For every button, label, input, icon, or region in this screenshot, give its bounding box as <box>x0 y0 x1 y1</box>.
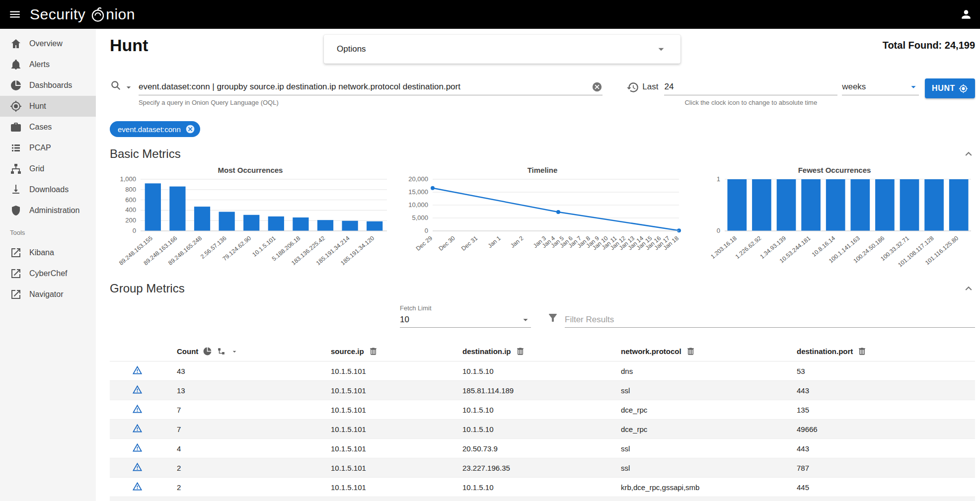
svg-text:20,000: 20,000 <box>408 175 428 183</box>
cell-destination-port[interactable]: 53 <box>784 361 975 381</box>
sidebar-item-alerts[interactable]: Alerts <box>0 54 96 75</box>
warning-icon[interactable] <box>132 365 143 375</box>
main-content: Hunt Options Total Found: 24,199 Specify… <box>96 29 980 501</box>
cell-destination-port[interactable]: 443 <box>784 439 975 458</box>
cell-source-ip[interactable]: 10.1.5.101 <box>318 439 450 458</box>
pie-chart-toggle-button[interactable] <box>203 347 212 356</box>
cell-destination-ip[interactable]: 20.50.73.9 <box>450 439 608 458</box>
warning-icon[interactable] <box>132 481 143 492</box>
cell-network-protocol[interactable]: dce_rpc <box>608 420 784 439</box>
remove-column-button[interactable] <box>857 347 867 356</box>
query-history-chevron-icon[interactable] <box>124 79 134 94</box>
fetch-limit-select[interactable]: 10 <box>400 312 531 328</box>
table-row[interactable]: 13 10.1.5.101 185.81.114.189 ssl 443 <box>110 381 975 400</box>
sidebar-item-overview[interactable]: Overview <box>0 33 96 54</box>
cell-count[interactable]: 2 <box>164 478 318 497</box>
cell-destination-port[interactable]: 443 <box>784 381 975 400</box>
remove-column-button[interactable] <box>516 347 525 356</box>
table-row[interactable]: 43 10.1.5.101 10.1.5.10 dns 53 <box>110 361 975 381</box>
cell-destination-port[interactable]: 787 <box>784 458 975 478</box>
table-row[interactable]: 7 10.1.5.101 10.1.5.10 dce_rpc 135 <box>110 400 975 420</box>
relative-time-button[interactable] <box>626 81 639 94</box>
cell-destination-port[interactable]: 49666 <box>784 420 975 439</box>
time-unit-select[interactable]: weeks <box>842 78 919 95</box>
cell-destination-ip[interactable]: 23.227.196.35 <box>450 458 608 478</box>
filter-results-input[interactable] <box>565 312 975 328</box>
sidebar-item-administration[interactable]: Administration <box>0 200 96 221</box>
clear-query-button[interactable] <box>592 81 603 92</box>
groupby-caret-button[interactable] <box>230 348 238 356</box>
collapse-group-metrics-button[interactable] <box>962 282 975 295</box>
table-row[interactable]: 2 10.1.5.101 10.1.5.10 krb,gssapi,smb 44… <box>110 497 975 501</box>
cell-source-ip[interactable]: 10.1.5.101 <box>318 400 450 420</box>
warning-icon[interactable] <box>132 442 143 453</box>
collapse-basic-metrics-button[interactable] <box>962 147 975 160</box>
cell-source-ip[interactable]: 10.1.5.101 <box>318 420 450 439</box>
sidebar-item-pcap[interactable]: PCAP <box>0 138 96 158</box>
sidebar-item-hunt[interactable]: Hunt <box>0 96 96 117</box>
cell-destination-ip[interactable]: 10.1.5.10 <box>450 361 608 381</box>
cell-destination-ip[interactable]: 10.1.5.10 <box>450 497 608 501</box>
table-row[interactable]: 4 10.1.5.101 20.50.73.9 ssl 443 <box>110 439 975 458</box>
cell-network-protocol[interactable]: dce_rpc <box>608 400 784 420</box>
cell-count[interactable]: 2 <box>164 458 318 478</box>
cell-count[interactable]: 7 <box>164 400 318 420</box>
cell-destination-port[interactable]: 445 <box>784 497 975 501</box>
cell-source-ip[interactable]: 10.1.5.101 <box>318 381 450 400</box>
groupby-options-button[interactable] <box>217 347 226 356</box>
table-row[interactable]: 2 10.1.5.101 23.227.196.35 ssl 787 <box>110 458 975 478</box>
cell-source-ip[interactable]: 10.1.5.101 <box>318 458 450 478</box>
cell-count[interactable]: 2 <box>164 497 318 501</box>
cell-destination-port[interactable]: 135 <box>784 400 975 420</box>
warning-icon[interactable] <box>132 423 143 433</box>
hunt-button[interactable]: HUNT <box>925 78 975 98</box>
cell-destination-ip[interactable]: 10.1.5.10 <box>450 400 608 420</box>
cell-count[interactable]: 13 <box>164 381 318 400</box>
cell-count[interactable]: 4 <box>164 439 318 458</box>
cell-source-ip[interactable]: 10.1.5.101 <box>318 478 450 497</box>
logo-text-prefix: Security <box>30 6 85 23</box>
cell-network-protocol[interactable]: dns <box>608 361 784 381</box>
cell-destination-port[interactable]: 445 <box>784 478 975 497</box>
cell-destination-ip[interactable]: 10.1.5.10 <box>450 478 608 497</box>
sidebar-item-cyberchef[interactable]: CyberChef <box>0 263 96 284</box>
cell-destination-ip[interactable]: 10.1.5.10 <box>450 420 608 439</box>
cell-network-protocol[interactable]: krb,dce_rpc,gssapi,smb <box>608 478 784 497</box>
cell-network-protocol[interactable]: ssl <box>608 439 784 458</box>
cell-count[interactable]: 43 <box>164 361 318 381</box>
user-menu-button[interactable] <box>952 0 980 29</box>
svg-text:Jan 2: Jan 2 <box>509 234 525 249</box>
options-panel[interactable]: Options <box>324 35 680 64</box>
time-value-input[interactable] <box>664 82 837 92</box>
dropdown-caret-icon <box>520 314 531 325</box>
sidebar-item-grid[interactable]: Grid <box>0 158 96 179</box>
column-label: network.protocol <box>621 347 681 356</box>
remove-filter-button[interactable] <box>185 124 195 134</box>
timeline-chart: Timeline 05,00010,00015,00020,000Dec 29D… <box>402 166 683 272</box>
warning-icon[interactable] <box>132 404 143 414</box>
table-row[interactable]: 7 10.1.5.101 10.1.5.10 dce_rpc 49666 <box>110 420 975 439</box>
cell-source-ip[interactable]: 10.1.5.101 <box>318 361 450 381</box>
search-icon <box>110 79 123 94</box>
table-row[interactable]: 2 10.1.5.101 10.1.5.10 krb,dce_rpc,gssap… <box>110 478 975 497</box>
query-input[interactable] <box>139 82 592 92</box>
cell-network-protocol[interactable]: krb,gssapi,smb <box>608 497 784 501</box>
sidebar-item-kibana[interactable]: Kibana <box>0 242 96 263</box>
svg-text:1: 1 <box>717 175 720 183</box>
sidebar-item-cases[interactable]: Cases <box>0 117 96 138</box>
hamburger-menu-button[interactable] <box>0 0 30 29</box>
remove-column-button[interactable] <box>686 347 695 356</box>
sidebar-item-dashboards[interactable]: Dashboards <box>0 75 96 96</box>
filter-chip[interactable]: event.dataset:conn <box>110 121 200 137</box>
sidebar-item-downloads[interactable]: Downloads <box>0 179 96 200</box>
cell-network-protocol[interactable]: ssl <box>608 381 784 400</box>
warning-icon[interactable] <box>132 384 143 395</box>
remove-column-button[interactable] <box>369 347 378 356</box>
fetch-limit-label: Fetch Limit <box>400 304 531 312</box>
cell-source-ip[interactable]: 10.1.5.101 <box>318 497 450 501</box>
warning-icon[interactable] <box>132 462 143 472</box>
cell-count[interactable]: 7 <box>164 420 318 439</box>
cell-destination-ip[interactable]: 185.81.114.189 <box>450 381 608 400</box>
cell-network-protocol[interactable]: ssl <box>608 458 784 478</box>
sidebar-item-navigator[interactable]: Navigator <box>0 284 96 305</box>
